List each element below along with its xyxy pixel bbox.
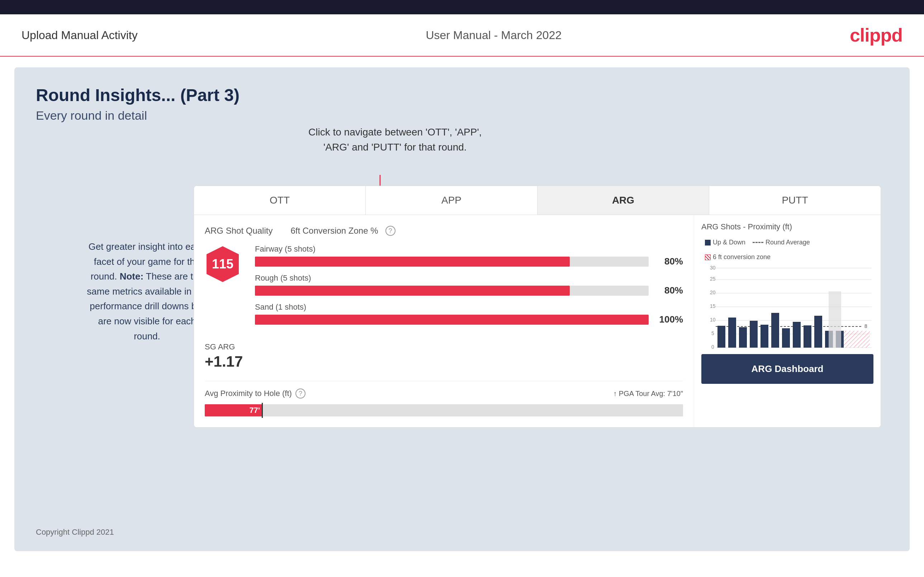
svg-rect-29 [793,322,801,348]
proximity-cursor [262,403,263,418]
tab-putt[interactable]: PUTT [709,186,880,215]
bar-row-fairway: Fairway (5 shots) 80% [255,244,683,267]
svg-rect-28 [782,328,790,348]
fairway-label: Fairway (5 shots) [255,244,683,254]
sg-section: SG ARG +1.17 [205,342,683,370]
rough-label: Rough (5 shots) [255,274,683,283]
proximity-title: Avg Proximity to Hole (ft) [205,389,292,398]
footer-copyright: Copyright Clippd 2021 [36,527,114,537]
bar-row-rough: Rough (5 shots) 80% [255,274,683,296]
legend-avg-label: Round Average [766,239,810,246]
proximity-section: Avg Proximity to Hole (ft) ? ↑ PGA Tour … [205,381,683,416]
bar-row-sand: Sand (1 shots) 100% [255,303,683,325]
card-body: ARG Shot Quality 6ft Conversion Zone % ?… [194,215,880,427]
legend-conversion-icon [705,255,711,260]
tab-app[interactable]: APP [366,186,538,215]
svg-text:30: 30 [710,265,716,271]
tab-bar: OTT APP ARG PUTT [194,186,880,215]
header: Upload Manual Activity User Manual - Mar… [0,15,924,56]
proximity-bar-label: 77' [249,406,260,415]
svg-text:0: 0 [711,344,714,350]
proximity-help-icon[interactable]: ? [296,388,305,398]
sg-value: +1.17 [205,353,683,370]
chart-area: 0 5 10 15 20 25 30 [701,264,874,350]
shot-quality-label: ARG Shot Quality [205,226,273,236]
chart-legend: Up & Down Round Average 6 ft conversion … [705,239,874,261]
proximity-header: Avg Proximity to Hole (ft) ? ↑ PGA Tour … [205,388,683,398]
chart-svg: 0 5 10 15 20 25 30 [701,264,874,350]
sg-label: SG ARG [205,342,683,351]
help-icon[interactable]: ? [386,226,396,236]
svg-text:8: 8 [864,323,867,329]
proximity-bar-bg: 77' [205,404,683,416]
section-subtitle: Every round in detail [36,109,888,122]
svg-text:20: 20 [710,290,716,295]
legend-updown-icon [705,240,711,245]
svg-rect-22 [717,326,725,348]
svg-rect-27 [771,313,779,348]
chart-header: ARG Shots - Proximity (ft) Up & Down Rou… [701,222,874,261]
svg-text:15: 15 [710,303,716,309]
sand-bar-bg [255,315,649,325]
top-bar [0,0,924,15]
svg-rect-34 [829,292,841,348]
svg-text:25: 25 [710,276,716,282]
right-panel: ARG Shots - Proximity (ft) Up & Down Rou… [694,215,880,427]
fairway-pct: 80% [654,256,683,267]
hexagon-value: 115 [212,256,233,272]
main-content: Round Insights... (Part 3) Every round i… [15,68,909,551]
svg-rect-24 [739,327,747,348]
conversion-label: 6ft Conversion Zone % [291,226,378,236]
legend-avg-icon [753,242,763,243]
rough-bar-fill [255,285,570,296]
hexagon-container: 115 Fairway (5 shots) 80% [205,244,683,332]
left-description: Get greater insight into each facet of y… [86,239,208,344]
rough-bar-bg [255,285,649,296]
proximity-title-group: Avg Proximity to Hole (ft) ? [205,388,305,398]
svg-rect-23 [728,318,736,348]
section-title: Round Insights... (Part 3) [36,85,888,105]
legend-conversion-label: 6 ft conversion zone [713,253,771,261]
rough-pct: 80% [654,285,683,296]
pga-avg-label: ↑ PGA Tour Avg: 7'10" [613,390,683,398]
upload-manual-label: Upload Manual Activity [21,29,138,42]
legend-conversion: 6 ft conversion zone [705,253,771,261]
svg-text:5: 5 [711,330,714,336]
score-hexagon: 115 [205,244,241,284]
svg-rect-26 [761,325,768,348]
sand-pct: 100% [654,314,683,325]
tab-ott[interactable]: OTT [194,186,366,215]
annotation-text: Click to navigate between 'OTT', 'APP','… [309,125,482,155]
panel-header: ARG Shot Quality 6ft Conversion Zone % ? [205,226,683,236]
manual-date-label: User Manual - March 2022 [426,29,562,42]
fairway-bar-fill [255,256,570,267]
left-panel: ARG Shot Quality 6ft Conversion Zone % ?… [194,215,694,427]
fairway-bar-bg [255,256,649,267]
svg-rect-31 [814,316,822,348]
sand-label: Sand (1 shots) [255,303,683,312]
legend-avg: Round Average [753,239,810,246]
svg-rect-25 [750,321,758,348]
round-insights-card: OTT APP ARG PUTT ARG Shot Quality 6ft Co… [194,185,881,427]
legend-updown: Up & Down [705,239,745,246]
clippd-logo: clippd [850,24,903,46]
chart-title: ARG Shots - Proximity (ft) [701,222,792,232]
bars-section: Fairway (5 shots) 80% Rough (5 shots) [255,244,683,332]
svg-text:10: 10 [710,317,716,322]
svg-rect-30 [803,326,811,348]
tab-arg[interactable]: ARG [538,186,709,215]
arg-dashboard-btn[interactable]: ARG Dashboard [701,354,874,384]
legend-updown-label: Up & Down [713,239,745,246]
sand-bar-fill [255,315,649,325]
proximity-bar-fill: 77' [205,404,262,416]
